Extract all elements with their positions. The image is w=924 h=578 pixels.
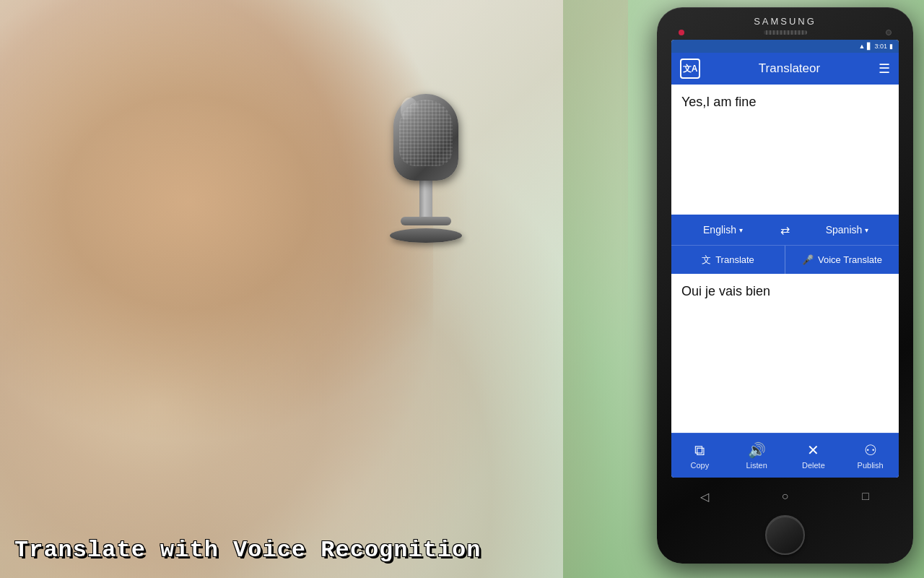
input-text-area[interactable]: Yes,I am fine — [671, 85, 899, 215]
phone-top-hardware — [664, 30, 906, 35]
wifi-icon: ▲ — [859, 43, 866, 50]
listen-button[interactable]: 🔊 Listen — [728, 434, 785, 478]
speaker-grill — [764, 30, 807, 35]
translate-action-bar: 文 Translate 🎤 Voice Translate — [671, 245, 899, 274]
translate-icon-label: 文A — [683, 63, 698, 75]
translate-btn-label: Translate — [715, 254, 754, 265]
battery-icon: ▮ — [889, 43, 893, 50]
android-nav-bar: ◁ ○ □ — [664, 480, 906, 512]
target-lang-dropdown-icon: ▾ — [865, 226, 868, 234]
status-bar: ▲ ▋ 3:01 ▮ — [671, 40, 899, 53]
woman-area — [0, 0, 628, 578]
target-language-label: Spanish — [826, 224, 863, 236]
publish-icon: ⚇ — [864, 441, 877, 459]
voice-translate-btn-label: Voice Translate — [818, 254, 882, 265]
copy-button[interactable]: ⧉ Copy — [671, 434, 728, 478]
app-title: Translateor — [707, 61, 871, 76]
swap-languages-icon[interactable]: ⇄ — [775, 223, 796, 237]
publish-label: Publish — [858, 461, 884, 470]
brand-label: SAMSUNG — [754, 16, 816, 27]
source-language-button[interactable]: English ▾ — [671, 215, 775, 245]
delete-button[interactable]: ✕ Delete — [785, 434, 842, 478]
target-language-button[interactable]: Spanish ▾ — [796, 215, 899, 245]
translate-app-icon: 文A — [680, 59, 700, 79]
phone-container: SAMSUNG ▲ ▋ 3:01 ▮ 文A — [657, 7, 913, 564]
physical-home-button[interactable] — [765, 515, 805, 555]
output-text-area: Oui je vais bien — [671, 274, 899, 433]
page-caption: Translate with Voice Recognition — [14, 537, 481, 564]
phone-screen: ▲ ▋ 3:01 ▮ 文A Translateor ☰ Yes,I am fin… — [671, 40, 899, 478]
delete-label: Delete — [802, 461, 825, 470]
home-icon: ○ — [782, 490, 789, 503]
hamburger-menu-icon[interactable]: ☰ — [879, 61, 890, 77]
mic-head — [393, 94, 458, 181]
microphone — [383, 94, 469, 282]
language-selector-bar: English ▾ ⇄ Spanish ▾ — [671, 215, 899, 245]
copy-label: Copy — [691, 461, 710, 470]
back-button[interactable]: ◁ — [694, 486, 715, 506]
publish-button[interactable]: ⚇ Publish — [842, 434, 899, 478]
app-header: 文A Translateor ☰ — [671, 53, 899, 85]
mic-btn-icon: 🎤 — [802, 254, 814, 265]
status-icons: ▲ ▋ 3:01 ▮ — [859, 43, 893, 50]
voice-translate-button[interactable]: 🎤 Voice Translate — [785, 246, 899, 274]
copy-icon: ⧉ — [694, 442, 705, 459]
phone-body: SAMSUNG ▲ ▋ 3:01 ▮ 文A — [657, 7, 913, 564]
translate-btn-icon: 文 — [702, 254, 711, 267]
recents-button[interactable]: □ — [855, 486, 876, 506]
mic-base — [390, 228, 462, 243]
camera-dot-left — [679, 30, 684, 35]
time-display: 3:01 — [874, 43, 887, 50]
signal-icon: ▋ — [867, 43, 872, 50]
back-icon: ◁ — [700, 490, 709, 504]
translate-button[interactable]: 文 Translate — [671, 246, 785, 274]
output-text: Oui je vais bien — [681, 284, 889, 299]
listen-label: Listen — [746, 461, 767, 470]
listen-icon: 🔊 — [748, 441, 766, 459]
source-lang-dropdown-icon: ▾ — [739, 226, 743, 234]
mic-base-arm — [401, 217, 451, 225]
camera-dot-right — [886, 30, 892, 35]
home-button[interactable]: ○ — [775, 486, 795, 506]
delete-icon: ✕ — [807, 441, 819, 459]
mic-neck — [419, 181, 432, 217]
bottom-action-bar: ⧉ Copy 🔊 Listen ✕ Delete ⚇ Publish — [671, 433, 899, 478]
recents-icon: □ — [862, 490, 869, 503]
source-language-label: English — [703, 224, 736, 236]
input-text: Yes,I am fine — [681, 95, 889, 110]
